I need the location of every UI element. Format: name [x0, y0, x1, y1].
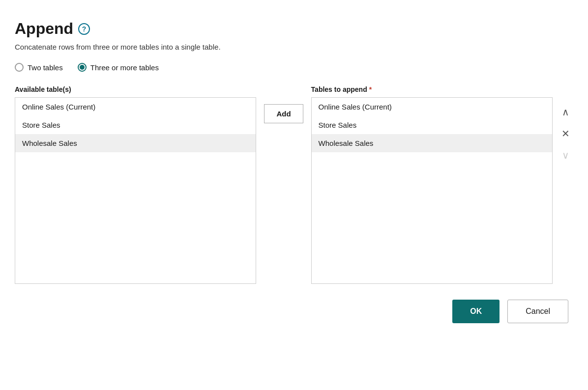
tables-section: Available table(s) Online Sales (Current… [15, 85, 573, 284]
available-tables-panel: Available table(s) Online Sales (Current… [15, 85, 256, 284]
list-item[interactable]: Online Sales (Current) [312, 98, 552, 116]
ok-button[interactable]: OK [452, 300, 500, 323]
list-item[interactable]: Store Sales [15, 116, 256, 134]
radio-group: Two tables Three or more tables [15, 63, 573, 72]
chevron-down-icon: ∨ [562, 149, 569, 161]
page-title: Append [15, 20, 73, 38]
radio-circle-three [78, 63, 87, 72]
append-tables-label: Tables to append* [311, 85, 553, 93]
radio-label-three: Three or more tables [90, 63, 159, 72]
subtitle: Concatenate rows from three or more tabl… [15, 43, 573, 51]
list-item[interactable]: Wholesale Sales [312, 134, 552, 152]
title-row: Append ? [15, 20, 573, 38]
radio-two-tables[interactable]: Two tables [15, 63, 63, 72]
add-button[interactable]: Add [264, 104, 303, 123]
radio-circle-two [15, 63, 24, 72]
list-item[interactable]: Store Sales [312, 116, 552, 134]
footer: OK Cancel [15, 300, 573, 323]
list-item[interactable]: Wholesale Sales [15, 134, 256, 152]
available-tables-label: Available table(s) [15, 85, 256, 93]
delete-button[interactable]: ✕ [558, 126, 573, 141]
radio-label-two: Two tables [28, 63, 63, 72]
cancel-button[interactable]: Cancel [507, 300, 568, 323]
add-section: Add [256, 104, 311, 123]
move-down-button[interactable]: ∨ [558, 147, 573, 163]
required-star: * [369, 85, 372, 93]
chevron-up-icon: ∧ [562, 106, 569, 118]
available-tables-list[interactable]: Online Sales (Current) Store Sales Whole… [15, 97, 256, 284]
list-item[interactable]: Online Sales (Current) [15, 98, 256, 116]
append-tables-panel: Tables to append* Online Sales (Current)… [311, 85, 553, 284]
right-controls: ∧ ✕ ∨ [553, 85, 573, 163]
help-icon[interactable]: ? [78, 23, 90, 35]
move-up-button[interactable]: ∧ [558, 104, 573, 120]
close-icon: ✕ [561, 128, 570, 139]
append-tables-list[interactable]: Online Sales (Current) Store Sales Whole… [311, 97, 553, 284]
append-dialog: Append ? Concatenate rows from three or … [0, 0, 588, 390]
radio-three-tables[interactable]: Three or more tables [78, 63, 159, 72]
